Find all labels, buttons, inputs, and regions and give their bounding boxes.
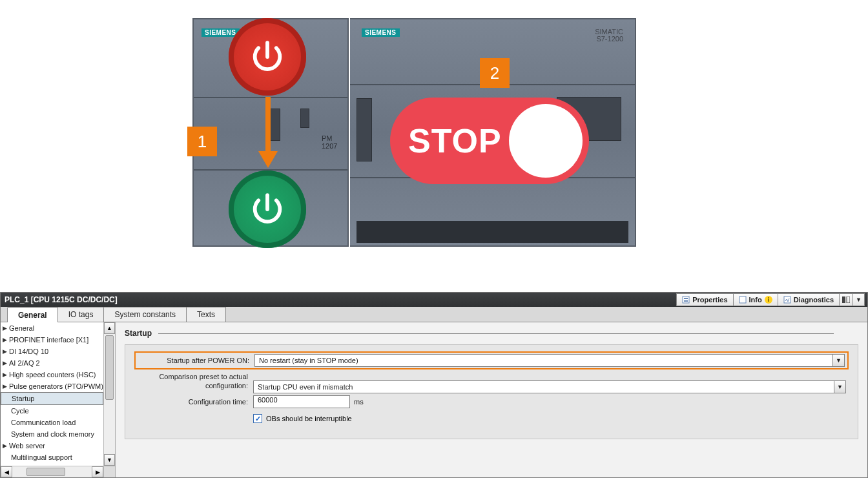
tab-properties-label: Properties	[692, 296, 727, 304]
tab-diagnostics-label: Diagnostics	[794, 296, 834, 304]
scroll-up-button[interactable]: ▲	[104, 322, 115, 334]
svg-rect-5	[842, 296, 845, 303]
panel-collapse-button[interactable]: ▼	[853, 293, 865, 306]
scroll-left-button[interactable]: ◀	[1, 466, 12, 477]
left-module-label: PM 1207	[322, 134, 347, 150]
input-config-time[interactable]: 60000	[253, 395, 350, 408]
power-on-icon	[229, 171, 306, 248]
info-badge-icon: i	[765, 296, 772, 304]
stop-toggle-label: STOP	[408, 121, 502, 160]
row-startup-after-power-on: Startup after POWER ON: No restart (stay…	[134, 351, 849, 369]
select-comparison[interactable]: Startup CPU even if mismatch ▼	[253, 380, 846, 393]
tree-startup[interactable]: Startup	[1, 392, 103, 405]
content-area: Startup Startup after POWER ON: No resta…	[116, 322, 867, 477]
stop-toggle: STOP	[390, 98, 589, 184]
scroll-thumb-v[interactable]	[105, 335, 114, 400]
maintab-general[interactable]: General	[7, 307, 58, 322]
properties-icon	[682, 296, 690, 304]
dock-icon	[842, 296, 850, 303]
svg-rect-3	[739, 296, 746, 303]
form-area: Startup after POWER ON: No restart (stay…	[125, 344, 858, 439]
tree-web-server[interactable]: ▶Web server	[1, 440, 103, 452]
panel-dock-button[interactable]	[840, 293, 853, 306]
stop-toggle-knob	[509, 104, 583, 178]
label-comparison-2: configuration:	[137, 381, 248, 390]
scroll-down-button[interactable]: ▼	[104, 454, 115, 466]
tree-sys-clock-mem[interactable]: System and clock memory	[1, 428, 103, 440]
checkbox-obs-interruptible[interactable]	[253, 414, 262, 423]
tab-properties[interactable]: Properties	[676, 293, 733, 306]
unit-ms: ms	[354, 398, 364, 406]
power-off-icon	[229, 18, 306, 96]
row-obs-interruptible: OBs should be interruptible	[137, 410, 846, 427]
scroll-thumb-h[interactable]	[26, 468, 65, 476]
sidebar: ▶General ▶PROFINET interface [X1] ▶DI 14…	[1, 322, 116, 477]
inspector-panel: PLC_1 [CPU 1215C DC/DC/DC] Properties In…	[0, 292, 868, 478]
sidebar-hscrollbar[interactable]: ◀ ▶	[1, 466, 103, 477]
label-startup-after-power-on: Startup after POWER ON:	[138, 357, 254, 364]
badge-1: 1	[187, 127, 217, 156]
maintab-texts[interactable]: Texts	[186, 307, 226, 322]
tree-multilingual[interactable]: Multilingual support	[1, 452, 103, 463]
svg-rect-0	[683, 296, 689, 303]
tree-cycle[interactable]: Cycle	[1, 405, 103, 417]
svg-rect-1	[684, 298, 688, 299]
svg-rect-6	[847, 296, 850, 303]
tree-pto-pwm[interactable]: ▶Pulse generators (PTO/PWM)	[1, 380, 103, 392]
tree-general[interactable]: ▶General	[1, 322, 103, 334]
tab-info[interactable]: Info i	[734, 293, 778, 306]
badge-2: 2	[480, 58, 510, 88]
row-comparison: Comparison preset to actual configuratio…	[137, 372, 846, 393]
label-config-time: Configuration time:	[137, 398, 253, 406]
brand-right: SIEMENS	[362, 28, 400, 37]
scroll-right-button[interactable]: ▶	[92, 466, 103, 477]
tree-di-dq[interactable]: ▶DI 14/DQ 10	[1, 346, 103, 357]
arrow-down-icon	[264, 97, 272, 168]
svg-rect-2	[684, 300, 688, 302]
dropdown-icon: ▼	[834, 381, 845, 393]
tree-comm-load[interactable]: Communication load	[1, 417, 103, 428]
maintab-system-constants[interactable]: System constants	[103, 307, 187, 322]
panel-title: PLC_1 [CPU 1215C DC/DC/DC] Properties In…	[1, 293, 867, 307]
chevron-down-icon: ▼	[856, 296, 862, 303]
main-tabs: General IO tags System constants Texts	[1, 307, 867, 322]
tree-ai-aq[interactable]: ▶AI 2/AQ 2	[1, 357, 103, 369]
select-startup-after-power-on[interactable]: No restart (stay in STOP mode) ▼	[254, 354, 845, 367]
tab-info-label: Info	[749, 296, 762, 304]
select-startup-value: No restart (stay in STOP mode)	[259, 357, 358, 364]
label-obs-interruptible: OBs should be interruptible	[266, 415, 352, 422]
section-title: Startup	[125, 329, 858, 339]
diagnostics-icon	[783, 296, 791, 304]
maintab-io-tags[interactable]: IO tags	[57, 307, 105, 322]
titlebar-right-tabs: Properties Info i Diagnostics ▼	[676, 293, 865, 307]
panel-title-text: PLC_1 [CPU 1215C DC/DC/DC]	[5, 295, 118, 304]
dropdown-icon: ▼	[832, 355, 844, 366]
tab-diagnostics[interactable]: Diagnostics	[778, 293, 840, 306]
row-config-time: Configuration time: 60000 ms	[137, 393, 846, 410]
right-module-model: SIMATIC S7-1200	[595, 28, 623, 43]
brand-left: SIEMENS	[202, 28, 240, 37]
label-comparison-1: Comparison preset to actual	[137, 372, 248, 381]
info-icon	[739, 296, 747, 304]
sidebar-vscrollbar[interactable]: ▲ ▼	[103, 322, 115, 466]
tree-hsc[interactable]: ▶High speed counters (HSC)	[1, 369, 103, 380]
select-comparison-value: Startup CPU even if mismatch	[258, 383, 353, 391]
tree-profinet[interactable]: ▶PROFINET interface [X1]	[1, 334, 103, 346]
